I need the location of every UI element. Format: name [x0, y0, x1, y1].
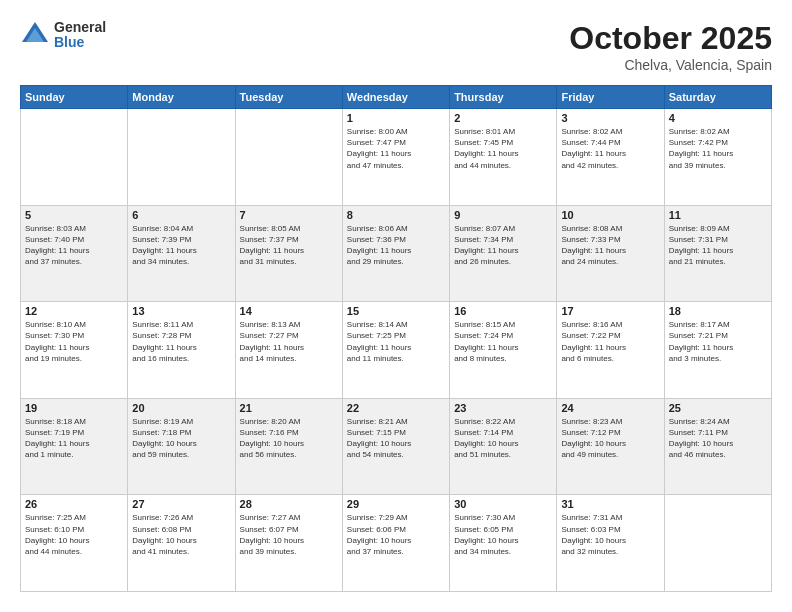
day-number: 18 [669, 305, 767, 317]
day-info: Sunrise: 8:16 AM Sunset: 7:22 PM Dayligh… [561, 319, 659, 364]
calendar-week-2: 5Sunrise: 8:03 AM Sunset: 7:40 PM Daylig… [21, 205, 772, 302]
calendar-cell: 25Sunrise: 8:24 AM Sunset: 7:11 PM Dayli… [664, 398, 771, 495]
day-number: 9 [454, 209, 552, 221]
calendar-cell: 10Sunrise: 8:08 AM Sunset: 7:33 PM Dayli… [557, 205, 664, 302]
day-header-saturday: Saturday [664, 86, 771, 109]
calendar-table: SundayMondayTuesdayWednesdayThursdayFrid… [20, 85, 772, 592]
day-info: Sunrise: 8:24 AM Sunset: 7:11 PM Dayligh… [669, 416, 767, 461]
calendar-week-1: 1Sunrise: 8:00 AM Sunset: 7:47 PM Daylig… [21, 109, 772, 206]
day-number: 27 [132, 498, 230, 510]
calendar-cell: 21Sunrise: 8:20 AM Sunset: 7:16 PM Dayli… [235, 398, 342, 495]
calendar-cell: 5Sunrise: 8:03 AM Sunset: 7:40 PM Daylig… [21, 205, 128, 302]
calendar-cell: 26Sunrise: 7:25 AM Sunset: 6:10 PM Dayli… [21, 495, 128, 592]
day-info: Sunrise: 8:04 AM Sunset: 7:39 PM Dayligh… [132, 223, 230, 268]
page: General Blue October 2025 Chelva, Valenc… [0, 0, 792, 612]
calendar-cell: 28Sunrise: 7:27 AM Sunset: 6:07 PM Dayli… [235, 495, 342, 592]
day-info: Sunrise: 8:10 AM Sunset: 7:30 PM Dayligh… [25, 319, 123, 364]
day-info: Sunrise: 8:02 AM Sunset: 7:42 PM Dayligh… [669, 126, 767, 171]
calendar-cell: 3Sunrise: 8:02 AM Sunset: 7:44 PM Daylig… [557, 109, 664, 206]
calendar-cell: 11Sunrise: 8:09 AM Sunset: 7:31 PM Dayli… [664, 205, 771, 302]
day-info: Sunrise: 7:25 AM Sunset: 6:10 PM Dayligh… [25, 512, 123, 557]
day-number: 16 [454, 305, 552, 317]
day-number: 20 [132, 402, 230, 414]
calendar-week-3: 12Sunrise: 8:10 AM Sunset: 7:30 PM Dayli… [21, 302, 772, 399]
calendar-cell: 19Sunrise: 8:18 AM Sunset: 7:19 PM Dayli… [21, 398, 128, 495]
day-number: 14 [240, 305, 338, 317]
calendar-cell: 15Sunrise: 8:14 AM Sunset: 7:25 PM Dayli… [342, 302, 449, 399]
calendar-cell: 2Sunrise: 8:01 AM Sunset: 7:45 PM Daylig… [450, 109, 557, 206]
day-header-wednesday: Wednesday [342, 86, 449, 109]
day-number: 2 [454, 112, 552, 124]
title-block: October 2025 Chelva, Valencia, Spain [569, 20, 772, 73]
calendar-cell: 22Sunrise: 8:21 AM Sunset: 7:15 PM Dayli… [342, 398, 449, 495]
day-info: Sunrise: 8:09 AM Sunset: 7:31 PM Dayligh… [669, 223, 767, 268]
calendar-cell: 14Sunrise: 8:13 AM Sunset: 7:27 PM Dayli… [235, 302, 342, 399]
calendar-cell: 9Sunrise: 8:07 AM Sunset: 7:34 PM Daylig… [450, 205, 557, 302]
calendar-cell: 13Sunrise: 8:11 AM Sunset: 7:28 PM Dayli… [128, 302, 235, 399]
day-info: Sunrise: 8:01 AM Sunset: 7:45 PM Dayligh… [454, 126, 552, 171]
calendar-cell: 6Sunrise: 8:04 AM Sunset: 7:39 PM Daylig… [128, 205, 235, 302]
day-number: 6 [132, 209, 230, 221]
logo-blue-text: Blue [54, 35, 106, 50]
day-number: 24 [561, 402, 659, 414]
calendar-cell: 4Sunrise: 8:02 AM Sunset: 7:42 PM Daylig… [664, 109, 771, 206]
day-number: 17 [561, 305, 659, 317]
day-number: 23 [454, 402, 552, 414]
calendar-cell [21, 109, 128, 206]
day-info: Sunrise: 8:17 AM Sunset: 7:21 PM Dayligh… [669, 319, 767, 364]
day-header-thursday: Thursday [450, 86, 557, 109]
calendar-week-5: 26Sunrise: 7:25 AM Sunset: 6:10 PM Dayli… [21, 495, 772, 592]
calendar-cell [664, 495, 771, 592]
calendar-cell: 23Sunrise: 8:22 AM Sunset: 7:14 PM Dayli… [450, 398, 557, 495]
day-info: Sunrise: 7:30 AM Sunset: 6:05 PM Dayligh… [454, 512, 552, 557]
logo-icon [20, 20, 50, 50]
day-header-friday: Friday [557, 86, 664, 109]
calendar-cell: 7Sunrise: 8:05 AM Sunset: 7:37 PM Daylig… [235, 205, 342, 302]
day-number: 11 [669, 209, 767, 221]
day-info: Sunrise: 8:23 AM Sunset: 7:12 PM Dayligh… [561, 416, 659, 461]
calendar-header-row: SundayMondayTuesdayWednesdayThursdayFrid… [21, 86, 772, 109]
day-info: Sunrise: 8:18 AM Sunset: 7:19 PM Dayligh… [25, 416, 123, 461]
day-number: 12 [25, 305, 123, 317]
day-info: Sunrise: 8:21 AM Sunset: 7:15 PM Dayligh… [347, 416, 445, 461]
calendar-cell: 20Sunrise: 8:19 AM Sunset: 7:18 PM Dayli… [128, 398, 235, 495]
day-info: Sunrise: 7:31 AM Sunset: 6:03 PM Dayligh… [561, 512, 659, 557]
calendar-cell: 12Sunrise: 8:10 AM Sunset: 7:30 PM Dayli… [21, 302, 128, 399]
month-title: October 2025 [569, 20, 772, 57]
day-info: Sunrise: 8:03 AM Sunset: 7:40 PM Dayligh… [25, 223, 123, 268]
day-number: 1 [347, 112, 445, 124]
day-info: Sunrise: 7:27 AM Sunset: 6:07 PM Dayligh… [240, 512, 338, 557]
day-info: Sunrise: 7:29 AM Sunset: 6:06 PM Dayligh… [347, 512, 445, 557]
calendar-week-4: 19Sunrise: 8:18 AM Sunset: 7:19 PM Dayli… [21, 398, 772, 495]
day-number: 30 [454, 498, 552, 510]
day-info: Sunrise: 8:15 AM Sunset: 7:24 PM Dayligh… [454, 319, 552, 364]
calendar-cell: 16Sunrise: 8:15 AM Sunset: 7:24 PM Dayli… [450, 302, 557, 399]
day-number: 13 [132, 305, 230, 317]
location: Chelva, Valencia, Spain [569, 57, 772, 73]
day-number: 3 [561, 112, 659, 124]
day-info: Sunrise: 8:13 AM Sunset: 7:27 PM Dayligh… [240, 319, 338, 364]
day-info: Sunrise: 8:06 AM Sunset: 7:36 PM Dayligh… [347, 223, 445, 268]
header: General Blue October 2025 Chelva, Valenc… [20, 20, 772, 73]
logo: General Blue [20, 20, 106, 51]
day-header-sunday: Sunday [21, 86, 128, 109]
day-info: Sunrise: 8:08 AM Sunset: 7:33 PM Dayligh… [561, 223, 659, 268]
day-number: 10 [561, 209, 659, 221]
day-number: 31 [561, 498, 659, 510]
day-header-monday: Monday [128, 86, 235, 109]
calendar-cell [128, 109, 235, 206]
day-number: 15 [347, 305, 445, 317]
day-number: 8 [347, 209, 445, 221]
calendar-cell: 24Sunrise: 8:23 AM Sunset: 7:12 PM Dayli… [557, 398, 664, 495]
day-info: Sunrise: 8:19 AM Sunset: 7:18 PM Dayligh… [132, 416, 230, 461]
calendar-cell: 8Sunrise: 8:06 AM Sunset: 7:36 PM Daylig… [342, 205, 449, 302]
day-number: 19 [25, 402, 123, 414]
calendar-cell [235, 109, 342, 206]
calendar-cell: 31Sunrise: 7:31 AM Sunset: 6:03 PM Dayli… [557, 495, 664, 592]
logo-text: General Blue [54, 20, 106, 51]
day-info: Sunrise: 8:02 AM Sunset: 7:44 PM Dayligh… [561, 126, 659, 171]
day-info: Sunrise: 8:07 AM Sunset: 7:34 PM Dayligh… [454, 223, 552, 268]
day-number: 29 [347, 498, 445, 510]
day-info: Sunrise: 8:22 AM Sunset: 7:14 PM Dayligh… [454, 416, 552, 461]
day-number: 5 [25, 209, 123, 221]
